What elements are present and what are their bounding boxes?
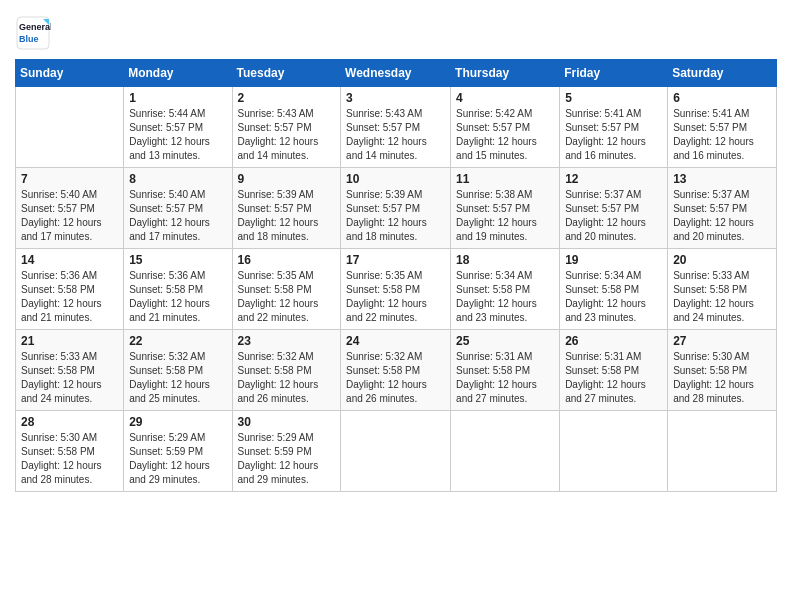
calendar-cell: 8Sunrise: 5:40 AMSunset: 5:57 PMDaylight… [124,168,232,249]
day-number: 7 [21,172,118,186]
calendar-body: 1Sunrise: 5:44 AMSunset: 5:57 PMDaylight… [16,87,777,492]
day-info: Sunrise: 5:44 AMSunset: 5:57 PMDaylight:… [129,107,226,163]
calendar-header: SundayMondayTuesdayWednesdayThursdayFrid… [16,60,777,87]
header-row: SundayMondayTuesdayWednesdayThursdayFrid… [16,60,777,87]
day-number: 30 [238,415,336,429]
calendar-cell: 3Sunrise: 5:43 AMSunset: 5:57 PMDaylight… [341,87,451,168]
day-info: Sunrise: 5:39 AMSunset: 5:57 PMDaylight:… [238,188,336,244]
day-info: Sunrise: 5:36 AMSunset: 5:58 PMDaylight:… [129,269,226,325]
day-info: Sunrise: 5:37 AMSunset: 5:57 PMDaylight:… [673,188,771,244]
day-info: Sunrise: 5:31 AMSunset: 5:58 PMDaylight:… [565,350,662,406]
calendar-cell: 7Sunrise: 5:40 AMSunset: 5:57 PMDaylight… [16,168,124,249]
day-number: 25 [456,334,554,348]
header-cell-saturday: Saturday [668,60,777,87]
day-info: Sunrise: 5:30 AMSunset: 5:58 PMDaylight:… [673,350,771,406]
day-info: Sunrise: 5:30 AMSunset: 5:58 PMDaylight:… [21,431,118,487]
day-number: 21 [21,334,118,348]
day-info: Sunrise: 5:43 AMSunset: 5:57 PMDaylight:… [238,107,336,163]
day-number: 10 [346,172,445,186]
calendar-week-1: 1Sunrise: 5:44 AMSunset: 5:57 PMDaylight… [16,87,777,168]
day-info: Sunrise: 5:31 AMSunset: 5:58 PMDaylight:… [456,350,554,406]
calendar-week-2: 7Sunrise: 5:40 AMSunset: 5:57 PMDaylight… [16,168,777,249]
header-cell-sunday: Sunday [16,60,124,87]
day-info: Sunrise: 5:33 AMSunset: 5:58 PMDaylight:… [673,269,771,325]
day-number: 5 [565,91,662,105]
day-number: 22 [129,334,226,348]
calendar-cell: 27Sunrise: 5:30 AMSunset: 5:58 PMDayligh… [668,330,777,411]
day-number: 16 [238,253,336,267]
day-info: Sunrise: 5:29 AMSunset: 5:59 PMDaylight:… [129,431,226,487]
calendar-cell: 5Sunrise: 5:41 AMSunset: 5:57 PMDaylight… [560,87,668,168]
header-cell-wednesday: Wednesday [341,60,451,87]
calendar-cell: 25Sunrise: 5:31 AMSunset: 5:58 PMDayligh… [451,330,560,411]
calendar-cell: 6Sunrise: 5:41 AMSunset: 5:57 PMDaylight… [668,87,777,168]
day-number: 12 [565,172,662,186]
calendar-cell: 12Sunrise: 5:37 AMSunset: 5:57 PMDayligh… [560,168,668,249]
calendar-cell: 9Sunrise: 5:39 AMSunset: 5:57 PMDaylight… [232,168,341,249]
day-number: 20 [673,253,771,267]
day-number: 9 [238,172,336,186]
calendar-cell: 29Sunrise: 5:29 AMSunset: 5:59 PMDayligh… [124,411,232,492]
day-info: Sunrise: 5:37 AMSunset: 5:57 PMDaylight:… [565,188,662,244]
day-number: 1 [129,91,226,105]
day-number: 6 [673,91,771,105]
day-number: 17 [346,253,445,267]
day-number: 11 [456,172,554,186]
calendar-cell: 24Sunrise: 5:32 AMSunset: 5:58 PMDayligh… [341,330,451,411]
day-number: 29 [129,415,226,429]
day-info: Sunrise: 5:41 AMSunset: 5:57 PMDaylight:… [565,107,662,163]
calendar-cell: 13Sunrise: 5:37 AMSunset: 5:57 PMDayligh… [668,168,777,249]
calendar-cell: 28Sunrise: 5:30 AMSunset: 5:58 PMDayligh… [16,411,124,492]
day-info: Sunrise: 5:35 AMSunset: 5:58 PMDaylight:… [238,269,336,325]
header-cell-monday: Monday [124,60,232,87]
day-number: 13 [673,172,771,186]
day-info: Sunrise: 5:40 AMSunset: 5:57 PMDaylight:… [129,188,226,244]
header-cell-friday: Friday [560,60,668,87]
calendar-cell: 16Sunrise: 5:35 AMSunset: 5:58 PMDayligh… [232,249,341,330]
day-info: Sunrise: 5:39 AMSunset: 5:57 PMDaylight:… [346,188,445,244]
day-number: 18 [456,253,554,267]
day-number: 8 [129,172,226,186]
calendar-cell: 26Sunrise: 5:31 AMSunset: 5:58 PMDayligh… [560,330,668,411]
day-info: Sunrise: 5:35 AMSunset: 5:58 PMDaylight:… [346,269,445,325]
calendar-cell: 1Sunrise: 5:44 AMSunset: 5:57 PMDaylight… [124,87,232,168]
calendar-cell [451,411,560,492]
day-info: Sunrise: 5:41 AMSunset: 5:57 PMDaylight:… [673,107,771,163]
day-number: 24 [346,334,445,348]
day-info: Sunrise: 5:32 AMSunset: 5:58 PMDaylight:… [238,350,336,406]
calendar-cell: 20Sunrise: 5:33 AMSunset: 5:58 PMDayligh… [668,249,777,330]
calendar-cell [668,411,777,492]
svg-text:General: General [19,22,51,32]
page-header: General Blue [15,15,777,51]
day-info: Sunrise: 5:34 AMSunset: 5:58 PMDaylight:… [565,269,662,325]
calendar-cell: 4Sunrise: 5:42 AMSunset: 5:57 PMDaylight… [451,87,560,168]
day-number: 26 [565,334,662,348]
day-info: Sunrise: 5:33 AMSunset: 5:58 PMDaylight:… [21,350,118,406]
day-info: Sunrise: 5:38 AMSunset: 5:57 PMDaylight:… [456,188,554,244]
day-number: 27 [673,334,771,348]
day-info: Sunrise: 5:32 AMSunset: 5:58 PMDaylight:… [129,350,226,406]
calendar-cell: 17Sunrise: 5:35 AMSunset: 5:58 PMDayligh… [341,249,451,330]
logo: General Blue [15,15,51,51]
calendar-cell [560,411,668,492]
day-number: 4 [456,91,554,105]
day-info: Sunrise: 5:34 AMSunset: 5:58 PMDaylight:… [456,269,554,325]
header-cell-thursday: Thursday [451,60,560,87]
day-number: 15 [129,253,226,267]
day-number: 2 [238,91,336,105]
day-info: Sunrise: 5:40 AMSunset: 5:57 PMDaylight:… [21,188,118,244]
day-number: 14 [21,253,118,267]
svg-text:Blue: Blue [19,34,39,44]
calendar-week-3: 14Sunrise: 5:36 AMSunset: 5:58 PMDayligh… [16,249,777,330]
calendar-cell [16,87,124,168]
day-info: Sunrise: 5:32 AMSunset: 5:58 PMDaylight:… [346,350,445,406]
calendar-week-4: 21Sunrise: 5:33 AMSunset: 5:58 PMDayligh… [16,330,777,411]
calendar-cell: 10Sunrise: 5:39 AMSunset: 5:57 PMDayligh… [341,168,451,249]
calendar-cell: 14Sunrise: 5:36 AMSunset: 5:58 PMDayligh… [16,249,124,330]
calendar-cell: 18Sunrise: 5:34 AMSunset: 5:58 PMDayligh… [451,249,560,330]
calendar-cell: 2Sunrise: 5:43 AMSunset: 5:57 PMDaylight… [232,87,341,168]
calendar-week-5: 28Sunrise: 5:30 AMSunset: 5:58 PMDayligh… [16,411,777,492]
calendar-cell: 11Sunrise: 5:38 AMSunset: 5:57 PMDayligh… [451,168,560,249]
calendar-cell: 21Sunrise: 5:33 AMSunset: 5:58 PMDayligh… [16,330,124,411]
day-number: 23 [238,334,336,348]
